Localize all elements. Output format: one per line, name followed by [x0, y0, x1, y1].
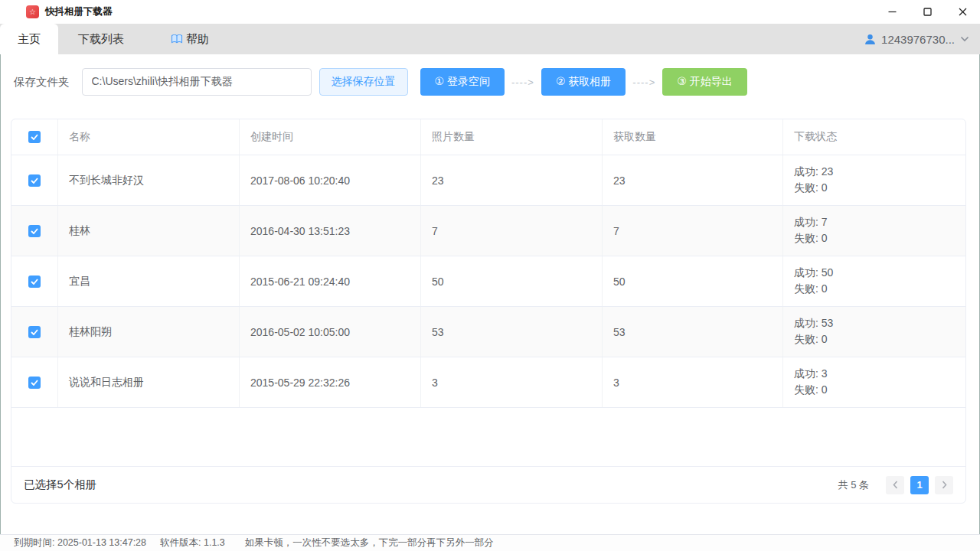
row-checkbox-cell	[11, 206, 58, 256]
status-fail-text: 失败: 0	[794, 232, 828, 246]
selection-count-text: 已选择5个相册	[24, 478, 96, 492]
total-count-text: 共 5 条	[838, 478, 869, 492]
prev-page-button[interactable]	[886, 476, 904, 494]
row-checkbox[interactable]	[28, 377, 41, 389]
table-row: 桂林 2016-04-30 13:51:23 7 7 成功: 7 失败: 0	[11, 206, 965, 256]
row-checkbox[interactable]	[28, 174, 41, 187]
row-checkbox-cell	[11, 307, 58, 357]
tab-download-list[interactable]: 下载列表	[58, 24, 144, 54]
maximize-button[interactable]	[910, 0, 945, 24]
tab-help[interactable]: 帮助	[144, 24, 236, 54]
fetched-count-cell: 23	[603, 155, 783, 205]
photo-count-cell: 7	[421, 206, 603, 256]
fetched-count-cell: 3	[603, 357, 783, 407]
download-status-cell: 成功: 7 失败: 0	[783, 206, 965, 256]
status-success-text: 成功: 53	[794, 317, 833, 331]
row-checkbox[interactable]	[28, 276, 41, 288]
table-empty-area	[11, 408, 965, 466]
created-time-cell: 2017-08-06 10:20:40	[240, 155, 421, 205]
download-status-cell: 成功: 23 失败: 0	[783, 155, 965, 205]
select-all-cell	[11, 119, 58, 155]
window-title: 快抖相册下载器	[45, 5, 113, 18]
fetched-count-cell: 53	[603, 307, 783, 357]
save-folder-input[interactable]	[82, 68, 312, 96]
check-icon	[31, 279, 38, 285]
table-row: 宜昌 2015-06-21 09:24:40 50 50 成功: 50 失败: …	[11, 256, 965, 307]
expire-time-text: 到期时间: 2025-01-13 13:47:28	[14, 536, 146, 549]
status-success-text: 成功: 7	[794, 216, 828, 230]
photo-count-cell: 3	[421, 357, 603, 407]
login-space-button[interactable]: ① 登录空间	[420, 68, 505, 96]
tab-download-list-label: 下载列表	[78, 32, 124, 47]
row-checkbox[interactable]	[28, 326, 41, 338]
status-fail-text: 失败: 0	[794, 333, 828, 347]
toolbar: 保存文件夹 选择保存位置 ① 登录空间 ----> ② 获取相册 ----> ③…	[14, 68, 966, 96]
column-header-fetched: 获取数量	[603, 119, 783, 155]
check-icon	[31, 380, 38, 386]
download-status-cell: 成功: 3 失败: 0	[783, 357, 965, 407]
created-time-cell: 2016-04-30 13:51:23	[240, 206, 421, 256]
album-name-cell: 宜昌	[58, 256, 240, 306]
user-id-text: 1243976730...	[881, 33, 955, 46]
close-icon	[959, 8, 967, 16]
created-time-cell: 2016-05-02 10:05:00	[240, 307, 421, 357]
table-row: 说说和日志相册 2015-05-29 22:32:26 3 3 成功: 3 失败…	[11, 357, 965, 408]
version-text: 软件版本: 1.1.3	[160, 536, 225, 549]
fetched-count-cell: 7	[603, 206, 783, 256]
minimize-button[interactable]	[874, 0, 910, 24]
check-icon	[31, 178, 38, 184]
table-header-row: 名称 创建时间 照片数量 获取数量 下载状态	[11, 119, 965, 155]
status-fail-text: 失败: 0	[794, 383, 828, 397]
book-icon	[171, 34, 183, 44]
start-export-button[interactable]: ③ 开始导出	[662, 68, 746, 96]
select-all-checkbox[interactable]	[28, 131, 41, 143]
app-icon: ☆	[26, 5, 39, 18]
status-success-text: 成功: 23	[794, 165, 833, 179]
table-row: 桂林阳朔 2016-05-02 10:05:00 53 53 成功: 53 失败…	[11, 307, 965, 357]
chevron-left-icon	[893, 481, 898, 489]
table-body: 不到长城非好汉 2017-08-06 10:20:40 23 23 成功: 23…	[11, 155, 965, 408]
table-row: 不到长城非好汉 2017-08-06 10:20:40 23 23 成功: 23…	[11, 155, 965, 206]
album-name-cell: 桂林阳朔	[58, 307, 240, 357]
check-icon	[31, 228, 38, 234]
fetched-count-cell: 50	[603, 256, 783, 306]
column-header-status: 下载状态	[783, 119, 965, 155]
close-button[interactable]	[945, 0, 980, 24]
photo-count-cell: 50	[421, 256, 603, 306]
tab-bar: 主页 下载列表 帮助 1243976730...	[0, 24, 980, 54]
tab-home[interactable]: 主页	[0, 24, 58, 54]
row-checkbox-cell	[11, 256, 58, 306]
album-name-cell: 桂林	[58, 206, 240, 256]
minimize-icon	[888, 8, 897, 16]
maximize-icon	[923, 8, 932, 16]
flow-arrow-1: ---->	[511, 77, 534, 88]
page-number-button[interactable]: 1	[910, 476, 929, 494]
chevron-right-icon	[942, 481, 947, 489]
window-controls	[874, 0, 980, 24]
user-account-dropdown[interactable]: 1243976730...	[864, 24, 969, 54]
check-icon	[31, 329, 38, 335]
column-header-name: 名称	[58, 119, 240, 155]
chevron-down-icon	[960, 36, 969, 42]
created-time-cell: 2015-05-29 22:32:26	[240, 357, 421, 407]
created-time-cell: 2015-06-21 09:24:40	[240, 256, 421, 306]
pagination: 共 5 条 1	[838, 476, 953, 494]
status-fail-text: 失败: 0	[794, 181, 828, 195]
next-page-button[interactable]	[935, 476, 953, 494]
choose-save-location-button[interactable]: 选择保存位置	[319, 68, 408, 96]
tab-home-label: 主页	[18, 32, 41, 47]
save-folder-label: 保存文件夹	[14, 75, 70, 90]
photo-count-cell: 23	[421, 155, 603, 205]
user-icon	[864, 34, 876, 45]
status-bar: 到期时间: 2025-01-13 13:47:28 软件版本: 1.1.3 如果…	[0, 534, 980, 551]
albums-table-card: 名称 创建时间 照片数量 获取数量 下载状态 不到长城非好汉 2017-08-0…	[11, 119, 966, 504]
photo-count-cell: 53	[421, 307, 603, 357]
download-status-cell: 成功: 50 失败: 0	[783, 256, 965, 306]
row-checkbox-cell	[11, 155, 58, 205]
row-checkbox[interactable]	[28, 225, 41, 237]
album-name-cell: 说说和日志相册	[58, 357, 240, 407]
fetch-albums-button[interactable]: ② 获取相册	[541, 68, 626, 96]
column-header-created: 创建时间	[240, 119, 421, 155]
flow-arrow-2: ---->	[632, 77, 655, 88]
check-icon	[31, 134, 38, 140]
